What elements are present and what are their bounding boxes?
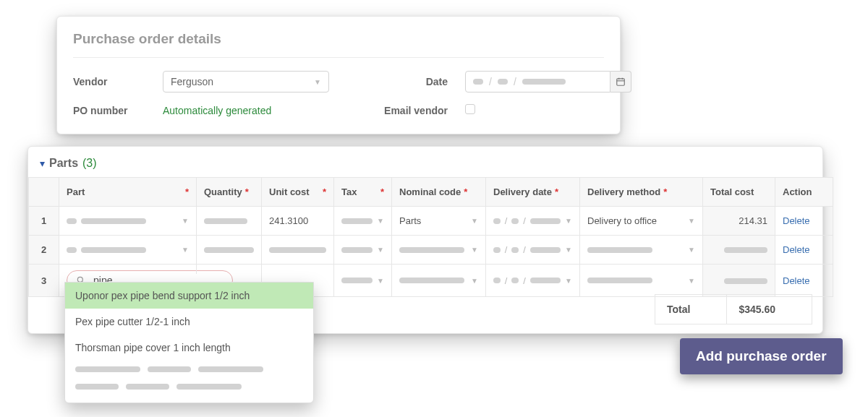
delete-link[interactable]: Delete (783, 215, 810, 226)
parts-heading: Parts (49, 157, 78, 170)
part-select[interactable]: ▼ (67, 246, 189, 254)
parts-count: (3) (82, 157, 97, 170)
part-select[interactable]: ▼ (67, 217, 189, 225)
nominal-select[interactable]: ▼ (399, 277, 478, 285)
qty-input[interactable] (204, 247, 254, 253)
col-action: Action (783, 186, 812, 197)
date-input[interactable]: // (465, 71, 610, 93)
nominal-value: Parts (399, 215, 421, 226)
col-part: Part (67, 186, 85, 197)
delivery-date-select[interactable]: //▼ (493, 215, 572, 226)
autocomplete-option[interactable]: Pex pipe cutter 1/2-1 inch (65, 309, 313, 335)
parts-table: Part* Quantity* Unit cost* Tax* Nominal … (28, 177, 833, 297)
unit-cost: 241.3100 (269, 215, 308, 226)
col-tax: Tax (341, 186, 357, 197)
add-purchase-order-button[interactable]: Add purchase order (680, 338, 843, 374)
col-deldate: Delivery date (493, 186, 552, 197)
row-number: 1 (29, 207, 59, 236)
tax-select[interactable]: ▼ (341, 277, 384, 285)
row-total: 214.31 (739, 215, 767, 226)
table-row: 2 ▼ ▼ ▼ //▼ ▼ Delete (29, 236, 833, 265)
calendar-button[interactable] (610, 71, 631, 93)
autocomplete-option[interactable]: Thorsman pipe cover 1 inch length (65, 335, 313, 361)
calendar-icon (616, 77, 626, 87)
delivery-date-select[interactable]: //▼ (493, 275, 572, 286)
email-vendor-label: Email vendor (346, 105, 448, 116)
row-total (724, 247, 767, 253)
total-value: $345.60 (727, 295, 812, 324)
col-qty: Quantity (204, 186, 242, 197)
unit-cost-input[interactable] (269, 247, 326, 253)
table-row: 1 ▼ 241.3100 ▼ Parts▼ //▼ Delivery to of… (29, 207, 833, 236)
delete-link[interactable]: Delete (783, 275, 810, 286)
delivery-method-select[interactable]: Delivery to office▼ (587, 215, 695, 226)
qty-input[interactable] (204, 218, 254, 224)
chevron-down-icon: ▼ (314, 78, 321, 86)
row-number: 3 (29, 265, 59, 297)
tax-select[interactable]: ▼ (341, 246, 384, 254)
delivery-method-value: Delivery to office (587, 215, 657, 226)
col-nominal: Nominal code (399, 186, 461, 197)
vendor-select[interactable]: Ferguson ▼ (163, 71, 329, 93)
email-vendor-checkbox[interactable] (465, 104, 475, 114)
svg-rect-0 (617, 79, 625, 85)
tax-select[interactable]: ▼ (341, 217, 384, 225)
row-total (724, 278, 767, 284)
part-autocomplete-menu: Uponor pex pipe bend support 1/2 inch Pe… (64, 282, 314, 403)
row-number: 2 (29, 236, 59, 265)
delivery-method-select[interactable]: ▼ (587, 246, 695, 254)
po-number-label: PO number (73, 105, 145, 116)
delete-link[interactable]: Delete (783, 244, 810, 255)
po-number-value: Automatically generated (163, 105, 329, 116)
vendor-value: Ferguson (171, 76, 213, 87)
col-delmethod: Delivery method (587, 186, 660, 197)
col-totalcost: Total cost (710, 186, 754, 197)
collapse-toggle[interactable]: ▾ (40, 158, 45, 169)
autocomplete-option[interactable] (65, 378, 313, 395)
date-label: Date (346, 76, 448, 87)
col-unitcost: Unit cost (269, 186, 310, 197)
delivery-date-select[interactable]: //▼ (493, 244, 572, 255)
autocomplete-option[interactable]: Uponor pex pipe bend support 1/2 inch (65, 283, 313, 309)
vendor-label: Vendor (73, 76, 145, 87)
autocomplete-option[interactable] (65, 361, 313, 378)
nominal-select[interactable]: Parts▼ (399, 215, 478, 226)
delivery-method-select[interactable]: ▼ (587, 277, 695, 285)
chevron-down-icon: ▾ (40, 158, 45, 169)
total-box: Total $345.60 (655, 294, 812, 324)
nominal-select[interactable]: ▼ (399, 246, 478, 254)
po-details-panel: Purchase order details Vendor Ferguson ▼… (56, 16, 621, 134)
po-details-heading: Purchase order details (73, 31, 604, 58)
total-label: Total (655, 295, 727, 324)
